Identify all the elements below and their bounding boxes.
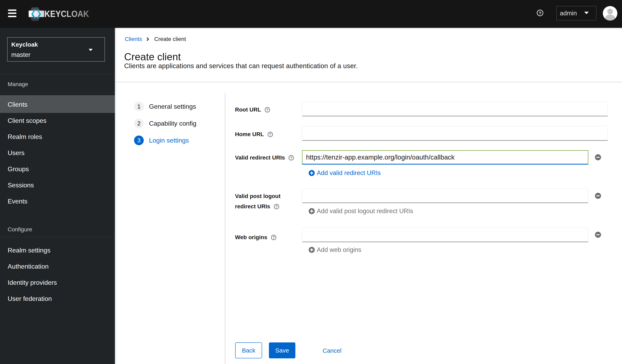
svg-text:?: ? [275, 204, 278, 209]
svg-text:?: ? [539, 11, 542, 15]
svg-text:?: ? [272, 235, 275, 239]
svg-text:?: ? [266, 108, 269, 112]
svg-text:?: ? [269, 132, 271, 136]
svg-text:?: ? [290, 156, 292, 160]
svg-text:KEYCLOAK: KEYCLOAK [44, 9, 89, 19]
